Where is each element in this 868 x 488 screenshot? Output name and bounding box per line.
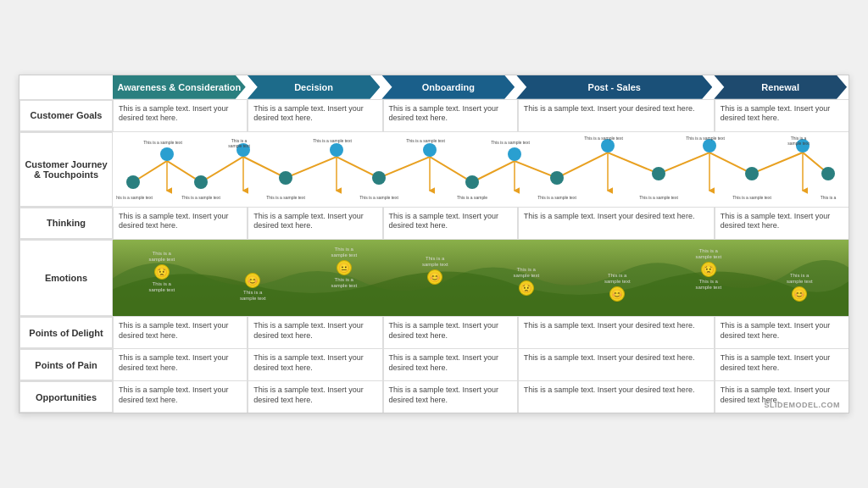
face-col-5: This is a sample text 😟 [509,267,543,296]
svg-text:This is a sample text: This is a sample text [143,140,182,145]
svg-text:This is a sample text: This is a sample text [537,195,576,200]
cell-delight-0: This is a sample text. Insert your desir… [113,317,248,348]
svg-point-12 [465,175,479,189]
phase-awareness: Awareness & Consideration [113,75,246,99]
svg-text:This is a sample: This is a sample [457,195,487,200]
cell-opp-1: This is a sample text. Insert your desir… [248,381,382,413]
face-col-8: This is a sample text 😊 [782,273,816,302]
cell-thinking-4: This is a sample text. Insert your desir… [715,208,849,239]
svg-text:sample text: sample text [228,143,250,148]
cell-delight-3: This is a sample text. Insert your desir… [518,317,715,348]
cell-goals-4: This is a sample text. Insert your desir… [715,100,849,131]
phase-label: Decision [294,82,333,92]
cell-delight-4: This is a sample text. Insert your desir… [715,317,849,348]
row-points-delight: Points of Delight This is a sample text.… [19,316,849,348]
pain-cells: This is a sample text. Insert your desir… [113,349,849,380]
journey-svg: This is a sample text This is a sample t… [116,136,845,203]
row-points-pain: Points of Pain This is a sample text. In… [19,348,849,380]
svg-point-19 [330,143,343,157]
header-row: Awareness & Consideration Decision Onboa… [19,75,849,99]
svg-point-17 [160,147,174,161]
svg-point-21 [508,147,521,161]
cell-thinking-3: This is a sample text. Insert your desir… [518,208,715,239]
svg-point-10 [279,171,292,185]
cell-pain-2: This is a sample text. Insert your desir… [383,349,518,380]
cell-thinking-2: This is a sample text. Insert your desir… [383,208,518,239]
phase-label: Renewal [761,82,799,92]
delight-cells: This is a sample text. Insert your desir… [113,317,849,348]
row-label-delight: Points of Delight [19,317,113,348]
face-col-7: This is a sample text 😟 This is a sample… [692,248,726,291]
phase-onboarding: Onboarding [381,75,515,99]
svg-point-15 [745,167,759,180]
slide-container: Awareness & Consideration Decision Onboa… [19,75,849,414]
svg-point-20 [423,143,437,157]
row-emotions: Emotions This is a sample text 😟 This is… [19,239,849,317]
cell-pain-1: This is a sample text. Insert your desir… [248,349,382,380]
journey-content: This is a sample text This is a sample t… [113,132,849,207]
svg-point-14 [652,167,665,180]
row-opportunities: Opportunities This is a sample text. Ins… [19,380,849,413]
svg-text:This is a sample text: This is a sample text [116,195,153,200]
cell-goals-3: This is a sample text. Insert your desir… [518,100,715,131]
face-col-6: This is a sample text 😊 [600,273,634,302]
emotion-face-sad-4: 😟 [701,262,716,277]
face-col-3: This is a sample text 😐 This is a sample… [327,247,361,290]
svg-point-11 [372,171,386,185]
emotions-faces: This is a sample text 😟 This is a sample… [116,247,845,310]
row-label-opportunities: Opportunities [19,381,113,413]
svg-point-23 [703,139,716,152]
svg-text:This is a sample text: This is a sample text [686,136,725,141]
svg-text:This is a sample text: This is a sample text [732,195,771,200]
phase-headers: Awareness & Consideration Decision Onboa… [113,75,849,99]
svg-text:This is a sample text: This is a sample text [266,195,305,200]
phase-postsales: Post - Sales [516,75,712,99]
svg-text:This is a sample text: This is a sample text [491,140,530,145]
svg-point-16 [821,167,835,180]
emotion-face-sad-2: 😐 [337,260,352,275]
face-col-1: This is a sample text 😟 This is a sample… [145,251,179,294]
row-label-emotions: Emotions [19,240,113,317]
row-label-thinking: Thinking [19,208,113,239]
row-label-pain: Points of Pain [19,349,113,380]
svg-text:sample text: sample text [787,141,810,146]
face-col-4: This is a sample text 😊 [418,256,452,285]
face-col-2: 😊 This is a sample text [236,273,270,302]
row-customer-goals: Customer Goals This is a sample text. In… [19,99,849,131]
row-journey: Customer Journey & Touchpoints [19,131,849,207]
cell-delight-1: This is a sample text. Insert your desir… [248,317,382,348]
cell-opp-0: This is a sample text. Insert your desir… [113,381,248,413]
cell-goals-2: This is a sample text. Insert your desir… [383,100,518,131]
row-label-customer-goals: Customer Goals [19,100,113,131]
cell-thinking-1: This is a sample text. Insert your desir… [248,208,382,239]
opportunities-cells: This is a sample text. Insert your desir… [113,381,849,413]
svg-text:This is a: This is a [821,195,837,200]
emotion-face-happy-3: 😊 [792,286,807,302]
emotion-face-happy-2: 😊 [609,286,625,302]
emotion-face-happy-1: 😊 [245,273,260,288]
svg-text:This is a sample text: This is a sample text [181,195,220,200]
svg-text:This is a sample text: This is a sample text [359,195,398,200]
cell-pain-3: This is a sample text. Insert your desir… [518,349,715,380]
svg-text:This is a sample text: This is a sample text [639,195,678,200]
watermark: SLIDEMODEL.COM [765,401,841,409]
phase-label: Onboarding [422,82,475,92]
cell-thinking-0: This is a sample text. Insert your desir… [113,208,248,239]
svg-text:This is a sample text: This is a sample text [313,138,352,143]
svg-point-8 [126,175,140,189]
row-label-journey: Customer Journey & Touchpoints [19,132,113,207]
row-thinking: Thinking This is a sample text. Insert y… [19,207,849,239]
svg-point-22 [601,139,615,152]
customer-goals-cells: This is a sample text. Insert your desir… [113,100,849,131]
svg-point-9 [194,175,208,189]
thinking-cells: This is a sample text. Insert your desir… [113,208,849,239]
emotion-face-sad-1: 😟 [154,264,170,280]
phase-decision: Decision [248,75,381,99]
phase-label: Awareness & Consideration [117,82,241,92]
svg-text:This is a sample text: This is a sample text [406,138,445,143]
emotion-face-sad-3: 😟 [519,280,534,296]
emotions-content: This is a sample text 😟 This is a sample… [113,240,849,317]
phase-label: Post - Sales [588,82,641,92]
svg-text:This is a sample text: This is a sample text [584,136,623,141]
cell-goals-0: This is a sample text. Insert your desir… [113,100,248,131]
